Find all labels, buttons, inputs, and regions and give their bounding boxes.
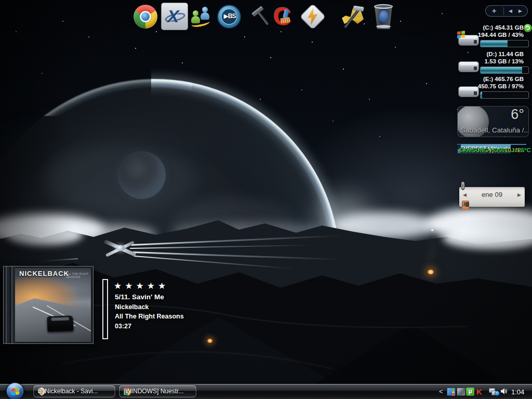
dock-icon-hammer-tool[interactable] [250, 4, 271, 29]
track-time: 03:27 [115, 323, 131, 330]
taskbar-task-browser[interactable]: [WINDOWS] Nuestr... [119, 385, 196, 397]
track-album: All The Right Reasons [115, 313, 184, 320]
drive-name: (C:) 454.31 GB [483, 24, 524, 31]
cd-case-spine [4, 267, 15, 343]
chrome-icon-core [141, 12, 150, 21]
x-app-icon-letter: X [167, 6, 179, 26]
cloud [5, 223, 83, 245]
drive-name: (D:) 11.44 GB [486, 51, 524, 57]
task-label: 5. Nickelback - Savi... [38, 388, 98, 395]
fire [428, 270, 434, 274]
drive-icon [458, 85, 480, 98]
album-cover-title: NICKELBACK [19, 270, 69, 277]
windows-logo-icon [11, 388, 19, 395]
add-widget-button[interactable]: + [492, 7, 496, 15]
dock-icon-google-chrome[interactable] [133, 4, 158, 29]
calendar-prev-button[interactable]: ◀ [463, 192, 467, 197]
track-rating-stars[interactable]: ★★★★★ [114, 281, 169, 291]
drive-icon [458, 60, 480, 73]
drive-meter-d[interactable]: (D:) 11.44 GB 1.53 GB / 13% [457, 49, 532, 75]
task-label: [WINDOWS] Nuestr... [124, 388, 183, 395]
everest-widget: EVEREST Ultimate Free Memory: 2889 MBSAM… [457, 144, 526, 145]
prev-page-button[interactable]: ◀ [509, 8, 512, 14]
taskbar-task-media-player[interactable]: 5. Nickelback - Savi... [33, 385, 115, 397]
start-button[interactable] [6, 382, 24, 399]
drive-meter-c[interactable]: (C:) 454.31 GB 194.44 GB / 43% [457, 23, 532, 49]
track-artist: Nickelback [115, 303, 149, 311]
next-page-button[interactable]: ▶ [518, 8, 522, 14]
dock-icon-x-application[interactable]: X [162, 4, 187, 29]
track-title: 5/11. Savin' Me [115, 293, 164, 301]
calendar-grid: 2930311234567891011121314151617181920212… [459, 200, 525, 201]
dock-icon-gold-axe-tool[interactable] [340, 4, 367, 29]
weather-location: Sabadell, Cataluña /... [461, 126, 529, 134]
calendar-next-button[interactable]: ▶ [517, 192, 521, 197]
recycle-bin-base [376, 25, 391, 28]
divider [503, 7, 504, 15]
everest-line: SAMSUNG HD501LJ: 25°C [459, 147, 531, 154]
dock-icon-recycle-bin[interactable] [371, 4, 396, 29]
taskbar-clock[interactable]: 1:04 [511, 388, 524, 396]
sync-badge-icon [524, 24, 532, 32]
spaceship-body [116, 245, 125, 251]
tray-collapse-chevron[interactable]: < [439, 388, 443, 395]
album-cover-subtitle: ALL THE RIGHT REASONS [66, 272, 91, 278]
drive-icon [458, 33, 480, 47]
drive-usage-bar [480, 91, 529, 99]
calendar-month: ene 09 [482, 191, 502, 198]
calendar-day[interactable]: 1 [462, 201, 466, 209]
dock-icon-bsplayer[interactable]: ▶BS [217, 4, 242, 29]
weather-widget[interactable]: 6° Sabadell, Cataluña /... [457, 106, 529, 137]
sidebar-controls: + ◀ ▶ [485, 5, 528, 17]
album-art: NICKELBACK ALL THE RIGHT REASONS [15, 268, 91, 342]
dock-icon-ccleaner[interactable]: C [273, 4, 298, 29]
ccleaner-icon: C [273, 2, 291, 31]
drive-usage-bar [480, 66, 529, 74]
dock-icon-winamp[interactable] [300, 4, 325, 29]
album-art-car [47, 315, 73, 332]
tray-kaspersky-icon[interactable]: K [475, 388, 483, 396]
weather-temperature: 6° [511, 107, 524, 123]
bsplayer-icon-label: ▶BS [222, 12, 237, 20]
calendar-spiral [461, 182, 523, 190]
drive-name: (E:) 465.76 GB [483, 76, 524, 82]
spaceship [102, 237, 140, 262]
drive-free-space: 194.44 GB / 43% [478, 32, 524, 38]
drive-meter-e[interactable]: (E:) 465.76 GB 450.75 GB / 97% [457, 74, 532, 100]
hammer-icon [250, 4, 273, 30]
desktop: X ▶BS C [0, 0, 532, 399]
drive-free-space: 450.75 GB / 97% [478, 83, 524, 89]
album-cover[interactable]: NICKELBACK ALL THE RIGHT REASONS [3, 266, 94, 344]
messenger-icon [201, 7, 209, 21]
windows-logo-icon [457, 31, 465, 38]
tray-network-icon[interactable] [489, 388, 500, 396]
tiny-star [431, 229, 433, 231]
dock-icon-messenger[interactable] [189, 4, 214, 29]
drive-usage-fill [481, 41, 508, 47]
drive-usage-fill [481, 92, 482, 98]
tray-utorrent-icon[interactable]: µ [466, 388, 474, 396]
tray-volume-icon[interactable] [500, 388, 508, 396]
drive-free-space: 1.53 GB / 13% [485, 58, 524, 64]
fire [207, 339, 212, 343]
drive-usage-fill [481, 67, 522, 73]
tray-wallpaper-manager-icon[interactable] [447, 388, 456, 396]
everest-body: Free Memory: 2889 MBSAMSUNG HD501LJ: 26°… [458, 144, 461, 149]
recycle-bin-rim [374, 4, 393, 9]
starfield [0, 0, 1, 1]
tray-graphics-utility-icon[interactable] [457, 388, 466, 396]
drive-usage-bar [480, 40, 529, 47]
volume-bar[interactable] [102, 279, 108, 339]
